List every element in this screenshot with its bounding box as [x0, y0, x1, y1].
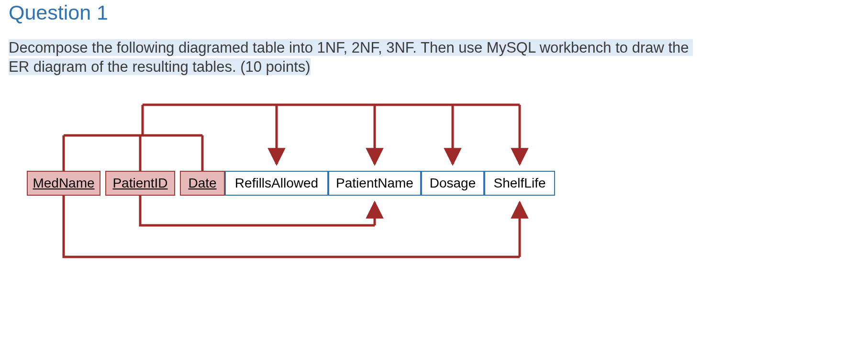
gap	[100, 171, 105, 196]
prompt-line-2: ER diagram of the resulting tables. (10 …	[9, 58, 311, 75]
cell-refillsallowed: RefillsAllowed	[225, 171, 328, 196]
page: Question 1 Decompose the following diagr…	[0, 0, 868, 355]
prompt-line-1: Decompose the following diagramed table …	[9, 39, 693, 56]
relation-row: MedName PatientID Date RefillsAllowed Pa…	[27, 171, 555, 196]
cell-date: Date	[180, 171, 225, 196]
cell-shelflife: ShelfLife	[484, 171, 555, 196]
cell-patientid: PatientID	[105, 171, 175, 196]
cell-patientname: PatientName	[328, 171, 421, 196]
question-prompt: Decompose the following diagramed table …	[9, 38, 538, 76]
gap	[175, 171, 180, 196]
cell-medname: MedName	[27, 171, 100, 196]
cell-dosage: Dosage	[421, 171, 484, 196]
question-title: Question 1	[9, 1, 108, 24]
